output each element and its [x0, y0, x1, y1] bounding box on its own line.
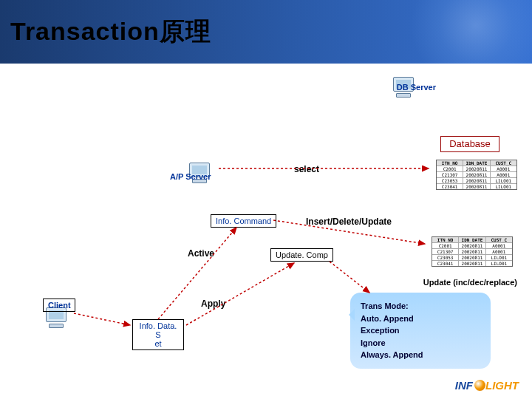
svg-line-5: [186, 263, 294, 325]
trans-mode-item: Auto. Append: [361, 313, 480, 325]
header-decoration: [392, 0, 532, 64]
trans-mode-item: Exception: [361, 324, 480, 337]
trans-mode-item: Always. Append: [361, 349, 480, 361]
info-dataset-line2: et: [154, 339, 161, 348]
logo-part2: LIGHT: [485, 379, 519, 392]
page-title: Transaction原理: [10, 15, 211, 49]
ap-server-label: A/P Server: [170, 172, 211, 181]
idu-label: Insert/Delete/Update: [306, 216, 392, 227]
db-table-top: ITN_NOIDN_DATECUST_CC200120020811A0001C2…: [436, 160, 517, 190]
trans-mode-bubble: Trans Mode: Auto. Append Exception Ignor…: [350, 293, 491, 369]
db-table-bottom: ITN_NOIDN_DATECUST_CC200120020811A0001C2…: [432, 236, 513, 267]
update-modes-label: Update (inc/dec/replace): [423, 278, 517, 287]
svg-line-4: [74, 313, 130, 325]
info-dataset-box: Info. Data. S et: [132, 319, 184, 350]
brand-logo: INFLIGHT: [455, 379, 519, 392]
logo-part1: INF: [455, 379, 473, 392]
info-dataset-line1: Info. Data. S: [140, 321, 177, 339]
database-label: Database: [440, 136, 499, 152]
logo-ball-icon: [474, 380, 485, 391]
svg-line-3: [330, 262, 369, 293]
trans-mode-item: Ignore: [361, 337, 480, 349]
trans-mode-heading: Trans Mode:: [361, 300, 480, 313]
update-comp-box: Update. Comp: [270, 248, 333, 262]
active-label: Active: [188, 248, 214, 259]
info-command-box: Info. Command: [211, 214, 276, 228]
select-label: select: [294, 164, 319, 174]
apply-label: Apply: [201, 299, 225, 309]
db-server-label: DB Server: [397, 83, 436, 92]
client-label: Client: [43, 299, 75, 312]
